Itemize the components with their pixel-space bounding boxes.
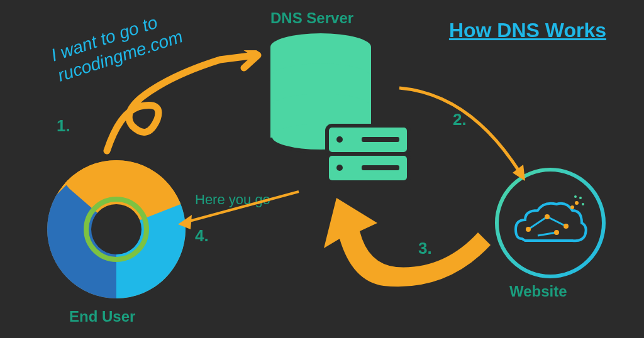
browser-icon bbox=[44, 157, 189, 304]
svg-point-29 bbox=[582, 203, 584, 205]
svg-line-18 bbox=[528, 217, 547, 229]
svg-point-3 bbox=[91, 204, 142, 254]
arrow-step-1 bbox=[94, 50, 277, 166]
svg-line-20 bbox=[538, 232, 557, 236]
diagram-title: How DNS Works bbox=[449, 19, 606, 42]
svg-point-21 bbox=[526, 227, 531, 232]
website-label: Website bbox=[509, 283, 567, 300]
dns-server-label: DNS Server bbox=[270, 9, 353, 27]
svg-line-19 bbox=[547, 217, 566, 226]
arrow-step-4 bbox=[173, 188, 311, 241]
svg-point-15 bbox=[336, 165, 343, 171]
svg-point-24 bbox=[554, 230, 559, 235]
arrow-step-3 bbox=[302, 176, 503, 304]
svg-point-25 bbox=[570, 205, 574, 209]
end-user-label: End User bbox=[69, 308, 135, 325]
svg-point-26 bbox=[575, 201, 579, 205]
svg-point-22 bbox=[545, 214, 550, 219]
svg-point-28 bbox=[574, 195, 577, 198]
svg-point-27 bbox=[579, 197, 582, 199]
svg-line-30 bbox=[182, 192, 299, 223]
svg-point-13 bbox=[336, 136, 343, 143]
svg-point-23 bbox=[564, 224, 569, 229]
step-1: 1. bbox=[57, 116, 70, 136]
